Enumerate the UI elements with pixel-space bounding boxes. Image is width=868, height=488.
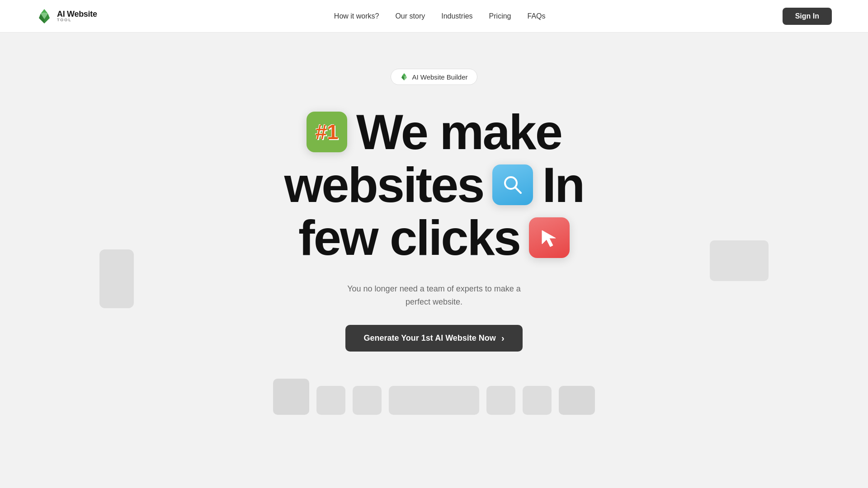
- hero-text-websites: websites: [284, 156, 484, 213]
- side-card-left: [99, 249, 134, 308]
- navbar: AI Website TOOL How it works? Our story …: [0, 0, 868, 33]
- logo-icon: [36, 8, 52, 24]
- thumb-1: [273, 379, 309, 415]
- thumb-4: [389, 386, 479, 415]
- logo-link[interactable]: AI Website TOOL: [36, 8, 97, 24]
- thumb-6: [523, 386, 552, 415]
- nav-faqs[interactable]: FAQs: [528, 12, 546, 20]
- hero-badge: AI Website Builder: [391, 69, 477, 85]
- nav-industries[interactable]: Industries: [441, 12, 472, 20]
- cta-label: Generate Your 1st AI Website Now: [363, 333, 495, 343]
- logo-subtitle: TOOL: [57, 18, 97, 22]
- thumb-2: [316, 386, 345, 415]
- hero-subtext: You no longer need a team of experts to …: [347, 282, 521, 309]
- badge-diamond-icon: [400, 73, 408, 81]
- search-icon: [501, 173, 524, 197]
- svg-line-8: [515, 188, 521, 193]
- nav-links: How it works? Our story Industries Prici…: [334, 12, 546, 20]
- hero-line-1: #1 We make: [307, 103, 561, 160]
- thumbnail-row: [235, 379, 633, 415]
- cursor-icon: [538, 226, 561, 249]
- cta-button[interactable]: Generate Your 1st AI Website Now ›: [345, 325, 522, 352]
- nav-our-story[interactable]: Our story: [395, 12, 425, 20]
- badge-label: AI Website Builder: [412, 73, 467, 81]
- thumb-3: [353, 386, 382, 415]
- hero-text-few-clicks: few clicks: [298, 209, 520, 266]
- number-one-badge: #1: [307, 112, 347, 152]
- logo-name: AI Website: [57, 10, 97, 18]
- thumb-7: [559, 386, 595, 415]
- hero-line-3: few clicks: [298, 209, 570, 266]
- hero-line-2: websites In: [284, 156, 584, 213]
- cta-arrow-icon: ›: [501, 333, 505, 343]
- hero-section: AI Website Builder #1 We make websites I…: [0, 33, 868, 488]
- sign-in-button[interactable]: Sign In: [783, 8, 832, 25]
- search-badge: [492, 164, 533, 205]
- thumb-5: [486, 386, 515, 415]
- cursor-badge: [529, 217, 570, 258]
- nav-how-it-works[interactable]: How it works?: [334, 12, 379, 20]
- nav-pricing[interactable]: Pricing: [489, 12, 511, 20]
- hero-text-we-make: We make: [356, 103, 561, 160]
- side-card-right: [710, 240, 769, 281]
- hero-text-in: In: [542, 156, 584, 213]
